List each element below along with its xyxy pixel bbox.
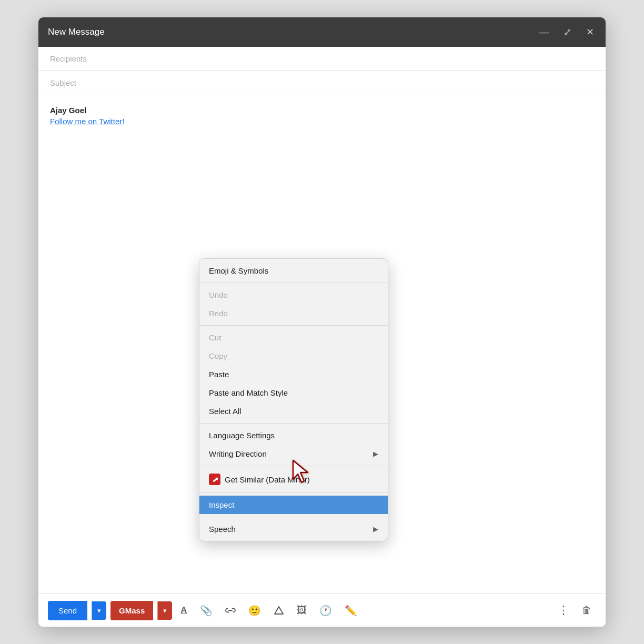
- ctx-section-inspect: Inspect: [199, 493, 388, 517]
- ctx-section-undoredo: Undo Redo: [199, 283, 388, 326]
- recipients-field[interactable]: Recipients: [38, 47, 606, 71]
- ctx-section-emoji: Emoji & Symbols: [199, 259, 388, 283]
- window-title: New Message: [48, 27, 105, 37]
- speech-arrow: ▶: [373, 525, 378, 533]
- ctx-writing-direction[interactable]: Writing Direction ▶: [199, 445, 388, 463]
- ctx-emoji-symbols[interactable]: Emoji & Symbols: [199, 261, 388, 280]
- ctx-section-language: Language Settings Writing Direction ▶: [199, 424, 388, 466]
- ctx-copy[interactable]: Copy: [199, 347, 388, 365]
- close-button[interactable]: ✕: [584, 26, 596, 38]
- compose-window: New Message — ⤢ ✕ Recipients Subject Aja…: [38, 17, 606, 627]
- svg-marker-1: [275, 607, 283, 614]
- format-text-button[interactable]: A: [176, 602, 191, 619]
- signature-name: Ajay Goel: [50, 106, 594, 115]
- titlebar: New Message — ⤢ ✕: [38, 17, 606, 47]
- delete-button[interactable]: 🗑: [578, 601, 596, 619]
- context-menu: Emoji & Symbols Undo Redo Cut Copy: [199, 258, 388, 541]
- ctx-paste-match[interactable]: Paste and Match Style: [199, 384, 388, 402]
- send-button[interactable]: Send: [48, 601, 87, 620]
- writing-direction-arrow: ▶: [373, 450, 378, 458]
- expand-button[interactable]: ⤢: [561, 26, 573, 38]
- ctx-paste[interactable]: Paste: [199, 365, 388, 384]
- clock-button[interactable]: 🕐: [315, 601, 336, 620]
- ctx-get-similar[interactable]: ⬈ Get Similar (Data Miner): [199, 469, 388, 490]
- window-controls: — ⤢ ✕: [537, 26, 596, 38]
- recipients-placeholder: Recipients: [50, 54, 87, 63]
- ctx-inspect[interactable]: Inspect: [199, 496, 388, 514]
- compose-body[interactable]: Ajay Goel Follow me on Twitter! Emoji & …: [38, 95, 606, 593]
- drive-button[interactable]: [269, 602, 288, 618]
- ctx-undo[interactable]: Undo: [199, 286, 388, 304]
- minimize-button[interactable]: —: [537, 26, 551, 38]
- emoji-button[interactable]: 🙂: [244, 601, 265, 620]
- link-button[interactable]: [221, 603, 240, 618]
- gmass-arrow-button[interactable]: ▾: [157, 601, 172, 620]
- ctx-redo[interactable]: Redo: [199, 304, 388, 323]
- ctx-speech[interactable]: Speech ▶: [199, 520, 388, 538]
- ctx-section-dataminer: ⬈ Get Similar (Data Miner): [199, 466, 388, 493]
- ctx-cut[interactable]: Cut: [199, 328, 388, 347]
- dataminer-icon: ⬈: [209, 474, 220, 485]
- ctx-section-speech: Speech ▶: [199, 517, 388, 541]
- ctx-section-clipboard: Cut Copy Paste Paste and Match Style Sel…: [199, 326, 388, 424]
- subject-field[interactable]: Subject: [38, 71, 606, 95]
- attach-button[interactable]: 📎: [196, 601, 217, 620]
- pen-button[interactable]: ✏️: [340, 601, 361, 620]
- toolbar: Send ▾ GMass ▾ A 📎 🙂 🖼 🕐 ✏️ ⋮ 🗑: [38, 593, 606, 627]
- ctx-language-settings[interactable]: Language Settings: [199, 426, 388, 445]
- subject-placeholder: Subject: [50, 78, 76, 87]
- image-button[interactable]: 🖼: [293, 601, 311, 619]
- gmass-button[interactable]: GMass: [110, 601, 153, 620]
- ctx-select-all[interactable]: Select All: [199, 402, 388, 420]
- send-arrow-button[interactable]: ▾: [92, 601, 106, 620]
- more-options-button[interactable]: ⋮: [554, 600, 573, 620]
- signature-link[interactable]: Follow me on Twitter!: [50, 117, 124, 126]
